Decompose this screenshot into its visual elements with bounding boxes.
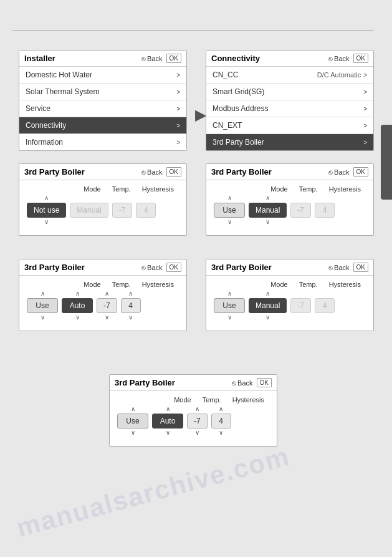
use-arrow-col-3: ∧ Use ∨ [27, 291, 58, 321]
use-arrow-up-1[interactable]: ∧ [44, 195, 49, 201]
installer-panel-title: Installer [24, 54, 55, 63]
boiler-panel-3: 3rd Party Boiler ⎋ Back OK Mode Temp. Hy… [19, 259, 187, 331]
mode-arrow-up-3[interactable]: ∧ [75, 291, 80, 297]
back-icon-boiler-5[interactable]: ⎋ Back [232, 379, 252, 387]
menu-item-connectivity[interactable]: Connectivity > [19, 117, 186, 134]
mode-arrow-up-4[interactable]: ∧ [265, 291, 270, 297]
temp-arrow-down-5[interactable]: ∨ [195, 430, 199, 436]
mode-btn-5[interactable]: Auto [152, 414, 183, 429]
menu-item-cn-ext[interactable]: CN_EXT > [206, 117, 373, 134]
connectivity-menu: CN_CC D/C Automatic > Smart Grid(SG) > M… [206, 67, 373, 150]
hyst-label-2: Hysteresis [329, 185, 361, 193]
ok-button-boiler-2[interactable]: OK [353, 167, 368, 177]
temp-val-4: -7 [290, 298, 311, 313]
mode-arrow-down-5[interactable]: ∨ [166, 430, 170, 436]
chevron-icon: > [176, 105, 180, 112]
use-btn-5[interactable]: Use [117, 414, 148, 429]
use-btn-3[interactable]: Use [27, 298, 58, 313]
use-arrow-up-2[interactable]: ∧ [227, 195, 232, 201]
ok-button-installer[interactable]: OK [166, 54, 181, 63]
boiler-5-content: Mode Temp. Hysteresis ∧ Use ∨ ∧ Auto ∨ ∧… [110, 391, 277, 446]
use-arrow-up-3[interactable]: ∧ [41, 291, 45, 297]
menu-item-cn-cc[interactable]: CN_CC D/C Automatic > [206, 67, 373, 84]
mode-arrow-down-4[interactable]: ∨ [265, 314, 270, 321]
boiler-5-header: 3rd Party Boiler ⎋ Back OK [110, 375, 277, 391]
use-arrow-down-2[interactable]: ∨ [227, 219, 232, 225]
use-arrow-up-5[interactable]: ∧ [131, 406, 135, 412]
hyst-label-3: Hysteresis [142, 281, 174, 288]
menu-item-domestic-hot-water[interactable]: Domestic Hot Water > [19, 67, 186, 84]
nav-arrow: ▶ [195, 107, 206, 124]
temp-arrow-col-2: ∧ -7 ∨ [290, 195, 311, 225]
back-icon-boiler-1[interactable]: ⎋ Back [141, 168, 162, 176]
connectivity-panel: Connectivity ⎋ Back OK CN_CC D/C Automat… [206, 50, 374, 151]
use-arrow-down-5[interactable]: ∨ [131, 430, 135, 436]
back-icon-connectivity[interactable]: ⎋ Back [328, 55, 349, 62]
temp-val-2: -7 [290, 203, 311, 218]
hyst-label-1: Hysteresis [142, 185, 174, 193]
use-arrow-col-4: ∧ Use ∨ [214, 291, 245, 321]
temp-label-5: Temp. [203, 396, 221, 404]
back-icon-boiler-2[interactable]: ⎋ Back [328, 168, 349, 176]
ok-button-boiler-4[interactable]: OK [353, 263, 368, 272]
back-icon-installer[interactable]: ⎋ Back [141, 55, 162, 62]
mode-arrow-up-2[interactable]: ∧ [265, 195, 270, 201]
hyst-label-5: Hysteresis [232, 396, 264, 404]
menu-item-smart-grid[interactable]: Smart Grid(SG) > [206, 84, 373, 100]
mode-arrow-col-1: ∧ Manual ∨ [70, 195, 108, 225]
mode-btn-4[interactable]: Manual [249, 298, 287, 313]
use-btn-4[interactable]: Use [214, 298, 245, 313]
installer-panel-header: Installer ⎋ Back OK [19, 51, 186, 67]
chevron-icon: > [176, 72, 180, 79]
use-arrow-down-1[interactable]: ∨ [44, 219, 49, 225]
temp-arrow-up-3[interactable]: ∧ [105, 291, 109, 297]
boiler-3-labels: Mode Temp. Hysteresis [27, 281, 179, 288]
mode-arrow-up-5[interactable]: ∧ [166, 406, 170, 412]
temp-arrow-col-4: ∧ -7 ∨ [290, 291, 311, 321]
hyst-arrow-up-5[interactable]: ∧ [219, 406, 223, 412]
menu-item-modbus-address[interactable]: Modbus Address > [206, 100, 373, 117]
hyst-val-3[interactable]: 4 [121, 298, 141, 313]
back-icon-boiler-4[interactable]: ⎋ Back [328, 264, 349, 271]
temp-label-1: Temp. [112, 185, 131, 193]
menu-item-solar-thermal[interactable]: Solar Thermal System > [19, 84, 186, 100]
temp-val-1: -7 [112, 203, 133, 218]
menu-item-information[interactable]: Information > [19, 134, 186, 150]
boiler-panel-2: 3rd Party Boiler ⎋ Back OK Mode Temp. Hy… [206, 163, 374, 236]
menu-item-3rd-party-boiler[interactable]: 3rd Party Boiler > [206, 134, 373, 150]
hyst-arrow-down-5[interactable]: ∨ [219, 430, 223, 436]
hyst-val-5[interactable]: 4 [211, 414, 231, 429]
ok-button-boiler-3[interactable]: OK [166, 263, 181, 272]
temp-val-3[interactable]: -7 [97, 298, 117, 313]
hyst-arrow-down-3[interactable]: ∨ [128, 314, 133, 321]
use-btn-2[interactable]: Use [214, 203, 245, 218]
back-icon-boiler-3[interactable]: ⎋ Back [141, 264, 162, 271]
temp-arrow-col-1: ∧ -7 ∨ [112, 195, 133, 225]
use-btn-1[interactable]: Not use [27, 203, 66, 218]
mode-arrow-down-2[interactable]: ∨ [265, 219, 270, 225]
hyst-label-4: Hysteresis [329, 281, 361, 288]
ok-button-boiler-1[interactable]: OK [166, 167, 181, 177]
boiler-panel-5: 3rd Party Boiler ⎋ Back OK Mode Temp. Hy… [109, 374, 277, 447]
ok-button-boiler-5[interactable]: OK [257, 378, 272, 387]
boiler-panel-4: 3rd Party Boiler ⎋ Back OK Mode Temp. Hy… [206, 259, 374, 331]
mode-btn-3[interactable]: Auto [62, 298, 93, 313]
temp-arrow-down-3[interactable]: ∨ [105, 314, 109, 321]
ok-button-connectivity[interactable]: OK [353, 54, 368, 63]
hyst-val-2: 4 [315, 203, 335, 218]
menu-item-service[interactable]: Service > [19, 100, 186, 117]
use-arrow-down-4[interactable]: ∨ [227, 314, 232, 321]
boiler-5-controls: ⎋ Back OK [232, 378, 272, 387]
mode-arrow-col-3: ∧ Auto ∨ [62, 291, 93, 321]
temp-arrow-up-5[interactable]: ∧ [195, 406, 199, 412]
hyst-arrow-up-3[interactable]: ∧ [128, 291, 133, 297]
hyst-arrow-col-3: ∧ 4 ∨ [121, 291, 141, 321]
use-arrow-up-4[interactable]: ∧ [227, 291, 232, 297]
mode-arrow-col-4: ∧ Manual ∨ [249, 291, 287, 321]
temp-label-3: Temp. [112, 281, 131, 288]
mode-btn-2[interactable]: Manual [249, 203, 287, 218]
temp-val-5[interactable]: -7 [187, 414, 208, 429]
mode-arrow-down-3[interactable]: ∨ [75, 314, 80, 321]
hyst-arrow-col-5: ∧ 4 ∨ [211, 406, 231, 436]
use-arrow-down-3[interactable]: ∨ [41, 314, 45, 321]
